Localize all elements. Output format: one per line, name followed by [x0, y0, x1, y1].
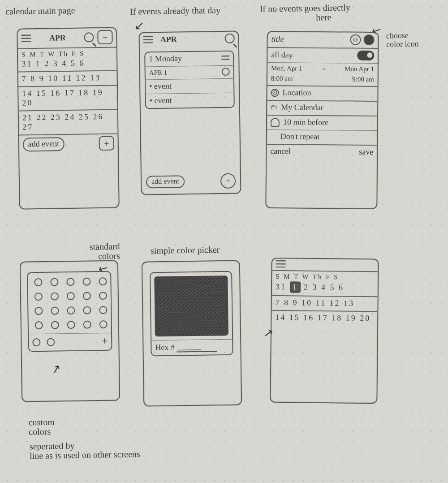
hamburger-icon[interactable] [276, 260, 285, 267]
screen-simple-color-picker: Hex # ______ [142, 260, 242, 406]
color-swatch[interactable] [34, 307, 43, 315]
end-time[interactable]: 9:00 am [352, 76, 374, 83]
search-icon[interactable] [84, 32, 94, 42]
screen-calendar-highlight: S M T W Th F S 31 1 2 3 4 5 6 7 8 9 10 1… [270, 258, 379, 404]
all-day-label: all day [271, 50, 293, 60]
color-swatch[interactable] [67, 292, 75, 300]
hex-input[interactable]: ______ [177, 341, 217, 352]
location-icon: ⊙ [271, 88, 279, 96]
week-row-2[interactable]: 7 8 9 10 11 12 13 [22, 73, 101, 83]
month-label: APR [157, 34, 221, 44]
save-button[interactable]: save [359, 147, 373, 157]
color-swatch[interactable] [99, 320, 108, 328]
cancel-button[interactable]: cancel [270, 147, 291, 156]
week-row-3[interactable]: 14 15 16 17 18 19 20 [22, 88, 114, 108]
hamburger-icon[interactable] [21, 34, 31, 42]
color-swatch[interactable] [66, 278, 74, 286]
color-swatch[interactable] [83, 292, 91, 300]
location-field[interactable]: Location [282, 88, 311, 98]
annotation-standard-colors: standard colors [90, 242, 120, 261]
reminder-select[interactable]: 10 min before [283, 117, 328, 127]
screen-day-view: APR 1 Monday APR 1 • event • event add e… [138, 30, 241, 195]
color-picker-icon[interactable] [363, 34, 374, 45]
bell-icon [271, 117, 280, 126]
color-swatch[interactable] [99, 306, 107, 314]
week-row-1[interactable]: 31 1 2 3 4 5 6 [276, 281, 344, 293]
arrow-to-day-view: ↙ [134, 19, 144, 33]
color-swatch[interactable] [67, 321, 75, 329]
event-title-input[interactable]: title [271, 34, 284, 44]
all-day-toggle[interactable] [357, 51, 374, 60]
week-row-4[interactable]: 21 22 23 24 25 26 27 [22, 112, 114, 132]
add-custom-color[interactable]: + [102, 335, 108, 347]
day-subheader: APR 1 [149, 69, 168, 77]
color-swatch[interactable] [82, 277, 90, 285]
annotation-custom-colors: custom colors [29, 417, 55, 436]
custom-color-swatch[interactable] [32, 338, 40, 346]
event-item[interactable]: • event [149, 82, 172, 91]
screen-new-event: title ☺ all day Mon, Apr 1 → Mon Apr 1 8… [265, 31, 379, 209]
annotation-simple-picker: simple color picker [151, 245, 220, 256]
color-swatch[interactable] [67, 306, 75, 315]
color-swatch[interactable] [51, 321, 59, 329]
annotation-choose-color: choose color icon [386, 31, 419, 48]
weekday-header: S M T W Th F S [22, 50, 85, 58]
color-swatch[interactable] [34, 278, 42, 286]
color-swatch[interactable] [83, 306, 91, 314]
add-icon[interactable]: + [97, 30, 112, 44]
calendar-icon: 🗀 [271, 104, 277, 111]
color-swatch[interactable] [34, 293, 43, 301]
color-swatch[interactable] [35, 321, 43, 329]
color-swatch[interactable] [50, 278, 58, 286]
selected-day[interactable]: 1 [289, 281, 300, 293]
color-swatch[interactable] [51, 306, 59, 315]
start-time[interactable]: 8:00 am [271, 75, 293, 82]
annotation-if-no-events: If no events goes directly here [260, 3, 351, 23]
hex-label: Hex # [155, 343, 175, 353]
calendar-select[interactable]: My Calendar [281, 103, 323, 112]
end-date[interactable]: Mon Apr 1 [345, 65, 374, 73]
annotation-if-events: If events already that day [130, 5, 220, 17]
arrow-right-icon: → [320, 65, 327, 72]
add-event-fab[interactable]: + [220, 173, 236, 189]
screen-standard-colors: + [20, 260, 120, 402]
color-swatch[interactable] [99, 277, 107, 285]
hamburger-icon[interactable] [143, 36, 153, 43]
week-row-1[interactable]: 31 1 2 3 4 5 6 [22, 58, 85, 69]
color-swatch-grid [28, 272, 111, 334]
add-event-button[interactable]: add event [146, 175, 185, 188]
add-event-plus[interactable]: + [99, 136, 114, 151]
screen-calendar-main: APR + S M T W Th F S 31 1 2 3 4 5 6 7 8 … [17, 27, 120, 209]
add-event-button[interactable]: add event [23, 137, 65, 151]
week-row-2[interactable]: 7 8 9 10 11 12 13 [276, 298, 355, 308]
drag-handle-icon[interactable] [221, 55, 229, 60]
day-header: 1 Monday [149, 54, 182, 64]
day-color-dot[interactable] [222, 68, 230, 76]
week-row-3[interactable]: 14 15 16 17 18 19 20 [275, 313, 370, 323]
weekday-header: S M T W Th F S [276, 273, 339, 281]
annotation-main-page: calendar main page [5, 6, 75, 17]
start-date[interactable]: Mon, Apr 1 [271, 65, 302, 73]
emoji-picker-icon[interactable]: ☺ [350, 34, 361, 45]
color-swatch[interactable] [83, 320, 91, 328]
repeat-select[interactable]: Don't repeat [271, 132, 320, 142]
color-swatch[interactable] [51, 292, 59, 300]
color-swatch[interactable] [99, 292, 107, 300]
event-item[interactable]: • event [149, 96, 172, 106]
custom-color-swatch[interactable] [47, 338, 55, 346]
search-icon[interactable] [225, 34, 235, 43]
month-label: APR [34, 33, 80, 43]
annotation-separated-by-line: seperated by line as is used on other sc… [30, 440, 140, 461]
color-gradient-area[interactable] [154, 276, 228, 336]
